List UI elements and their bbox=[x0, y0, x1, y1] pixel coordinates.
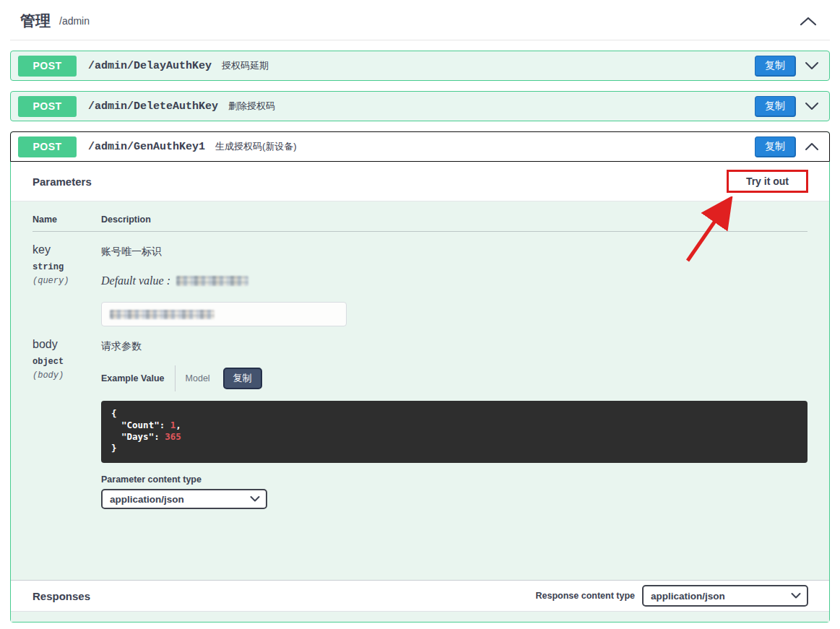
tab-model[interactable]: Model bbox=[186, 373, 210, 383]
response-content-type-label: Response content type bbox=[535, 591, 635, 601]
endpoint-summary[interactable]: POST /admin/GenAuthKey1 生成授权码(新设备) 复制 bbox=[10, 131, 830, 162]
endpoint-summary[interactable]: POST /admin/DelayAuthKey 授权码延期 复制 bbox=[11, 51, 829, 80]
chevron-down-icon[interactable] bbox=[805, 102, 819, 110]
param-name: key bbox=[33, 243, 101, 256]
chevron-up-icon[interactable] bbox=[805, 142, 819, 151]
example-model-tabs: Example Value Model 复制 bbox=[101, 365, 807, 391]
copy-button[interactable]: 复制 bbox=[755, 56, 796, 77]
param-type: string bbox=[33, 262, 101, 272]
endpoint-delete-auth-key: POST /admin/DeleteAuthKey 删除授权码 复制 bbox=[10, 91, 830, 121]
copy-button[interactable]: 复制 bbox=[755, 96, 796, 117]
code-brace-close: } bbox=[111, 443, 797, 454]
code-line-count: "Count": 1, bbox=[111, 420, 797, 431]
description-column-header: Description bbox=[101, 214, 807, 225]
param-location: (body) bbox=[33, 370, 101, 381]
code-line-days: "Days": 365 bbox=[111, 431, 797, 443]
responses-header: Responses Response content type applicat… bbox=[11, 580, 829, 612]
example-json-code: { "Count": 1, "Days": 365 } bbox=[101, 401, 807, 463]
endpoint-path: /admin/DeleteAuthKey bbox=[88, 100, 218, 113]
endpoint-delay-auth-key: POST /admin/DelayAuthKey 授权码延期 复制 bbox=[10, 51, 830, 81]
responses-title: Responses bbox=[33, 590, 90, 602]
response-content-type-select[interactable]: application/json bbox=[642, 585, 808, 607]
key-value-input[interactable] bbox=[101, 302, 347, 326]
copy-button[interactable]: 复制 bbox=[755, 136, 796, 157]
code-brace-open: { bbox=[111, 408, 797, 420]
default-value-label: Default value : bbox=[101, 274, 170, 287]
parameter-content-type-select[interactable]: application/json bbox=[101, 489, 267, 509]
section-path: /admin bbox=[59, 15, 90, 27]
response-content-type: Response content type application/json bbox=[535, 585, 808, 607]
name-column-header: Name bbox=[33, 214, 101, 225]
endpoint-expanded-panel: Parameters Try it out Name Descriptio bbox=[11, 162, 829, 622]
tab-divider bbox=[175, 365, 176, 391]
parameters-header: Parameters Try it out bbox=[11, 162, 829, 201]
endpoint-path: /admin/DelayAuthKey bbox=[88, 60, 212, 72]
method-badge: POST bbox=[18, 56, 77, 77]
endpoint-summary[interactable]: POST /admin/DeleteAuthKey 删除授权码 复制 bbox=[11, 92, 829, 121]
endpoint-gen-auth-key1: POST /admin/GenAuthKey1 生成授权码(新设备) 复制 Pa… bbox=[10, 131, 830, 623]
section-collapse-button[interactable] bbox=[797, 14, 820, 29]
parameter-row-body: body object (body) 请求参数 Example Value Mo… bbox=[33, 326, 807, 580]
chevron-down-icon[interactable] bbox=[805, 61, 819, 70]
method-badge: POST bbox=[18, 136, 77, 157]
param-type: object bbox=[33, 357, 101, 367]
responses-body bbox=[11, 612, 829, 622]
param-name: body bbox=[33, 338, 101, 351]
default-value-line: Default value : bbox=[101, 274, 807, 287]
endpoint-path: /admin/GenAuthKey1 bbox=[88, 141, 205, 153]
parameters-table-head: Name Description bbox=[33, 201, 807, 232]
annotation-red-box: Try it out bbox=[727, 170, 808, 193]
parameters-table: Name Description key string (query) 账号唯一… bbox=[11, 201, 829, 580]
parameter-row-key: key string (query) 账号唯一标识 Default value … bbox=[33, 232, 807, 326]
param-description: 账号唯一标识 bbox=[101, 243, 807, 259]
parameter-content-type-label: Parameter content type bbox=[101, 474, 807, 485]
endpoint-description: 删除授权码 bbox=[228, 100, 275, 113]
chevron-up-icon bbox=[800, 17, 817, 26]
endpoint-description: 授权码延期 bbox=[222, 59, 269, 72]
redacted-default-value bbox=[176, 276, 248, 286]
copy-example-button[interactable]: 复制 bbox=[223, 368, 262, 389]
param-location: (query) bbox=[33, 276, 101, 286]
parameters-title: Parameters bbox=[33, 175, 92, 188]
section-header-admin: 管理 /admin bbox=[10, 0, 830, 40]
endpoint-description: 生成授权码(新设备) bbox=[215, 140, 297, 153]
method-badge: POST bbox=[18, 96, 77, 117]
redacted-input-value bbox=[110, 310, 215, 319]
api-doc-page: 管理 /admin POST /admin/DelayAuthKey 授权码延期… bbox=[0, 0, 840, 623]
tab-example-value[interactable]: Example Value bbox=[101, 373, 165, 383]
section-title: 管理 bbox=[20, 11, 51, 31]
try-it-out-button[interactable]: Try it out bbox=[729, 172, 806, 191]
param-description: 请求参数 bbox=[101, 338, 807, 353]
